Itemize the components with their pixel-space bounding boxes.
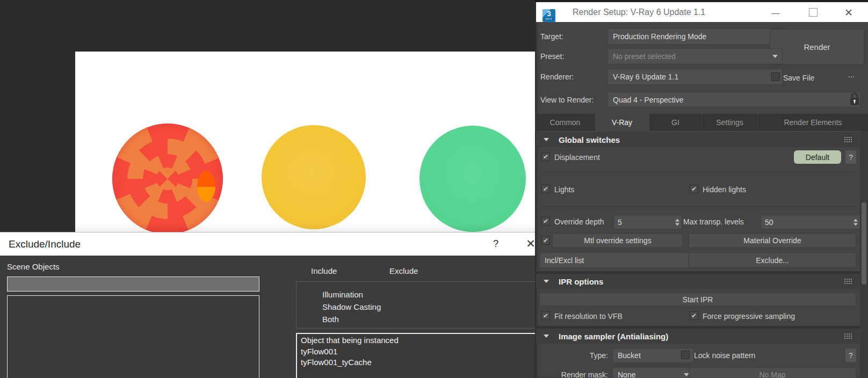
view-to-render-label: View to Render:: [540, 95, 594, 105]
check-icon: ✔: [691, 186, 697, 192]
force-progressive-checkbox[interactable]: ✔: [690, 311, 698, 320]
drag-handle-icon[interactable]: [844, 333, 852, 340]
mtl-override-settings-button[interactable]: Mtl override settings: [552, 233, 683, 248]
renderer-dropdown[interactable]: V-Ray 6 Update 1.1: [607, 69, 783, 85]
rollout-header-image-sampler[interactable]: Image sampler (Antialiasing): [536, 329, 859, 344]
default-button[interactable]: Default: [794, 150, 841, 164]
expander-icon[interactable]: [544, 335, 549, 338]
list-item[interactable]: tyFlow001_tyCache: [297, 357, 535, 368]
minimize-icon: —: [772, 8, 780, 17]
more-button[interactable]: ...: [848, 70, 855, 79]
minimize-button[interactable]: —: [768, 6, 783, 18]
scene-objects-listbox[interactable]: [7, 295, 259, 378]
rollout-header-global-switches[interactable]: Global switches: [536, 132, 859, 147]
3ds-max-icon: 3 MAX: [542, 9, 555, 22]
mtl-override-checkbox[interactable]: ✔: [541, 236, 550, 245]
exclude-list-button[interactable]: Exclude...: [689, 252, 856, 268]
preset-dropdown[interactable]: No preset selected: [607, 48, 783, 64]
scene-objects-input[interactable]: [7, 277, 259, 292]
target-label: Target:: [540, 32, 563, 41]
dialog-title: Exclude/Include: [9, 238, 81, 250]
expander-icon[interactable]: [544, 138, 549, 141]
rollout-header-ipr-options[interactable]: IPR options: [536, 274, 859, 289]
dialog-close-button[interactable]: ✕: [523, 236, 535, 251]
question-icon: ?: [849, 153, 853, 162]
spinner-down-icon[interactable]: [853, 223, 858, 226]
fit-resolution-checkbox[interactable]: ✔: [541, 311, 550, 320]
tab-gi[interactable]: GI: [649, 114, 701, 131]
hidden-lights-checkbox[interactable]: ✔: [690, 185, 698, 193]
divider: [539, 206, 856, 207]
override-depth-checkbox[interactable]: ✔: [541, 217, 550, 226]
type-value: Bucket: [618, 351, 641, 360]
lights-checkbox[interactable]: ✔: [541, 185, 550, 193]
check-icon: ✔: [543, 186, 548, 192]
screen: 3 MAX Render Setup: V-Ray 6 Update 1.1 —…: [0, 0, 868, 378]
spinner-arrows[interactable]: [853, 219, 858, 226]
scrollbar-thumb[interactable]: [862, 202, 866, 285]
question-icon: ?: [493, 238, 499, 250]
lights-label: Lights: [554, 185, 574, 194]
preset-label: Preset:: [540, 52, 564, 61]
override-depth-spinner[interactable]: 5: [613, 215, 682, 229]
list-item[interactable]: Object that being instanced: [297, 335, 535, 346]
tab-settings[interactable]: Settings: [701, 114, 757, 131]
spinner-down-icon[interactable]: [675, 223, 679, 226]
excluded-objects-listbox[interactable]: Object that being instanced tyFlow001 ty…: [296, 333, 535, 378]
target-dropdown[interactable]: Production Rendering Mode: [607, 28, 783, 45]
check-icon: ✔: [543, 237, 548, 244]
dialog-titlebar[interactable]: Exclude/Include ? ✕: [0, 232, 535, 256]
window-title: Render Setup: V-Ray 6 Update 1.1: [573, 8, 705, 17]
help-button[interactable]: ?: [845, 150, 856, 164]
max-transp-spinner[interactable]: 50: [761, 215, 860, 229]
check-icon: ✔: [543, 312, 548, 319]
dropdown-arrow-icon: [772, 55, 778, 58]
start-ipr-button[interactable]: Start IPR: [539, 292, 856, 307]
maximize-button[interactable]: [807, 6, 820, 18]
app-icon-number: 3: [547, 10, 551, 17]
render-button-label: Render: [804, 42, 830, 52]
drag-handle-icon[interactable]: [844, 136, 852, 143]
displacement-checkbox[interactable]: ✔: [541, 152, 550, 161]
close-button[interactable]: ✕: [841, 5, 856, 19]
expander-icon[interactable]: [544, 280, 549, 283]
render-mask-dropdown[interactable]: None: [612, 367, 694, 378]
spinner-arrows[interactable]: [675, 219, 679, 226]
close-icon: ✕: [844, 6, 853, 19]
incl-excl-list-dropdown[interactable]: Incl/Excl list: [539, 252, 701, 268]
shadow-casting-label: Shadow Casting: [322, 302, 381, 311]
lock-noise-checkbox[interactable]: ✔: [681, 351, 690, 359]
lock-view-button[interactable]: [849, 92, 860, 109]
render-setup-titlebar[interactable]: 3 MAX Render Setup: V-Ray 6 Update 1.1 —…: [536, 2, 868, 22]
render-frame: [75, 52, 535, 232]
spinner-up-icon[interactable]: [853, 219, 858, 221]
no-map-button[interactable]: No Map: [689, 367, 856, 378]
view-to-render-dropdown[interactable]: Quad 4 - Perspective: [607, 92, 860, 107]
exclude-label: Exclude: [389, 266, 418, 275]
default-button-label: Default: [806, 153, 829, 162]
help-button[interactable]: ?: [845, 348, 856, 362]
list-item[interactable]: tyFlow001: [297, 346, 535, 358]
spinner-up-icon[interactable]: [675, 219, 679, 221]
tab-v-ray[interactable]: V-Ray: [595, 114, 649, 131]
renderer-label: Renderer:: [540, 72, 574, 82]
max-transp-value: 50: [765, 218, 773, 227]
override-depth-label: Override depth: [554, 217, 604, 227]
divider: [539, 172, 856, 173]
drag-handle-icon[interactable]: [844, 278, 852, 285]
dialog-help-button[interactable]: ?: [489, 237, 502, 251]
override-depth-value: 5: [618, 218, 622, 227]
render-setup-window: 3 MAX Render Setup: V-Ray 6 Update 1.1 —…: [535, 0, 868, 378]
save-file-checkbox[interactable]: ✔: [771, 72, 780, 81]
tab-render-elements[interactable]: Render Elements: [757, 114, 868, 131]
material-override-button[interactable]: Material Override: [689, 233, 856, 248]
tab-common[interactable]: Common: [535, 114, 595, 131]
renderer-value: V-Ray 6 Update 1.1: [613, 72, 678, 81]
render-button[interactable]: Render: [770, 29, 864, 65]
fit-resolution-label: Fit resolution to VFB: [554, 311, 623, 321]
sphere-shading: [112, 123, 223, 232]
max-transp-label: Max transp. levels: [683, 217, 744, 227]
include-label: Include: [311, 266, 337, 275]
displacement-label: Displacement: [554, 152, 600, 162]
view-to-render-value: Quad 4 - Perspective: [613, 96, 684, 104]
